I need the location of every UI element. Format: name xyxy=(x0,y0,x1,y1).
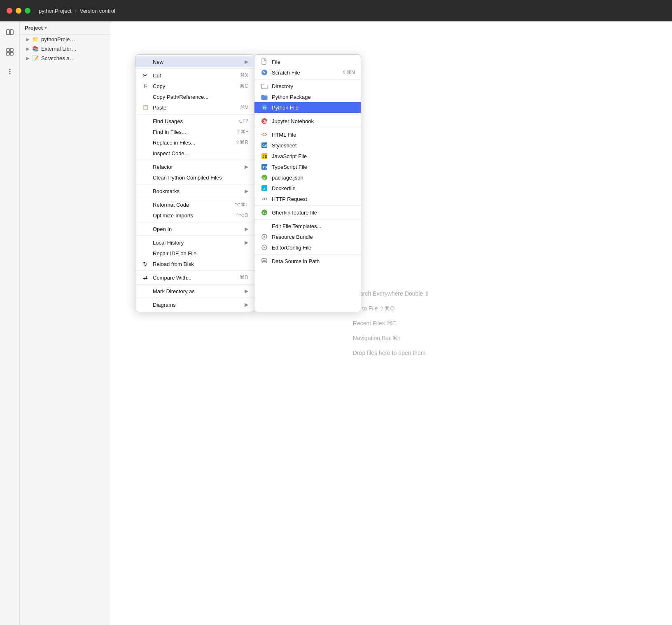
repair-ide-label: Repair IDE on File xyxy=(153,250,248,257)
menu-item-find-files[interactable]: Find in Files... ⇧⌘F xyxy=(135,126,254,137)
svg-point-32 xyxy=(262,259,267,261)
menu-item-cut[interactable]: ✂ Cut ⌘X xyxy=(135,70,254,81)
compare-shortcut: ⌘D xyxy=(240,275,248,280)
hint-search-everywhere: Search Everywhere Double ⇧ xyxy=(353,290,429,297)
paste-label: Paste xyxy=(153,105,230,111)
submenu-item-file[interactable]: File xyxy=(254,56,361,67)
separator-1 xyxy=(135,68,254,69)
paste-icon: 📋 xyxy=(141,105,149,110)
reload-icon: ↻ xyxy=(141,261,149,267)
submenu-item-http[interactable]: API HTTP Request xyxy=(254,194,361,204)
submenu-item-packagejson[interactable]: {} package.json xyxy=(254,172,361,183)
resource-bundle-icon xyxy=(260,233,268,240)
menu-item-refactor[interactable]: Refactor ▶ xyxy=(135,161,254,172)
svg-rect-5 xyxy=(10,52,13,55)
jupyter-icon: Jn xyxy=(260,118,268,124)
svg-text:G: G xyxy=(263,211,266,215)
menu-item-repair-ide[interactable]: Repair IDE on File xyxy=(135,248,254,259)
menu-item-optimize[interactable]: Optimize Imports ^⌥O xyxy=(135,210,254,221)
menu-item-mark-dir[interactable]: Mark Directory as ▶ xyxy=(135,286,254,296)
menu-item-local-history[interactable]: Local History ▶ xyxy=(135,237,254,248)
submenu-item-javascript[interactable]: JS JavaScript File xyxy=(254,151,361,161)
plugins-icon[interactable] xyxy=(3,45,16,58)
separator-8 xyxy=(135,271,254,271)
minimize-button[interactable] xyxy=(16,8,21,14)
maximize-button[interactable] xyxy=(25,8,30,14)
close-button[interactable] xyxy=(7,8,12,14)
more-icon[interactable] xyxy=(3,65,16,78)
panel-dropdown-icon[interactable]: ▾ xyxy=(44,25,47,30)
project-root-label: pythonProje… xyxy=(41,36,75,42)
optimize-label: Optimize Imports xyxy=(153,212,226,219)
submenu-item-stylesheet[interactable]: CS Stylesheet xyxy=(254,140,361,151)
menu-item-reload[interactable]: ↻ Reload from Disk xyxy=(135,259,254,269)
external-libraries-item[interactable]: ▶ 📚 External Libr… xyxy=(20,44,110,54)
submenu-item-resource-bundle[interactable]: Resource Bundle xyxy=(254,231,361,242)
submenu-item-directory[interactable]: Directory xyxy=(254,81,361,91)
typescript-label: TypeScript File xyxy=(272,164,355,170)
svg-rect-9 xyxy=(262,59,266,64)
menu-item-copy-path[interactable]: Copy Path/Reference... xyxy=(135,91,254,102)
menu-item-diagrams[interactable]: Diagrams ▶ xyxy=(135,299,254,310)
project-panel-icon[interactable] xyxy=(3,26,16,39)
sub-sep-3 xyxy=(254,128,361,128)
copy-icon: ⎘ xyxy=(141,83,149,89)
menu-item-reformat[interactable]: Reformat Code ⌥⌘L xyxy=(135,199,254,210)
svg-rect-3 xyxy=(10,49,13,51)
menu-item-bookmarks[interactable]: Bookmarks ▶ xyxy=(135,186,254,196)
submenu-item-typescript[interactable]: TS TypeScript File xyxy=(254,161,361,172)
menu-item-compare[interactable]: ⇄ Compare With... ⌘D xyxy=(135,272,254,283)
scratches-label: Scratches a… xyxy=(41,55,75,61)
separator-3 xyxy=(135,160,254,160)
bookmarks-arrow-icon: ▶ xyxy=(245,188,248,194)
chevron-right-icon: ▶ xyxy=(26,37,30,42)
scratches-item[interactable]: ▶ 📝 Scratches a… xyxy=(20,54,110,63)
svg-point-8 xyxy=(9,73,10,75)
cut-label: Cut xyxy=(153,72,230,79)
copy-path-label: Copy Path/Reference... xyxy=(153,94,248,100)
inspect-label: Inspect Code... xyxy=(153,150,248,156)
scratches-icon: 📝 xyxy=(32,55,39,61)
http-label: HTTP Request xyxy=(272,196,355,202)
menu-item-new[interactable]: New ▶ xyxy=(135,56,254,67)
menu-item-replace-files[interactable]: Replace in Files... ⇧⌘R xyxy=(135,137,254,148)
project-title: pythonProject xyxy=(39,8,72,14)
submenu-item-editorconfig[interactable]: EditorConfig File xyxy=(254,242,361,253)
submenu-item-html[interactable]: <> HTML File xyxy=(254,129,361,140)
submenu-item-python-package[interactable]: Python Package xyxy=(254,91,361,102)
python-package-label: Python Package xyxy=(272,94,355,100)
diagrams-label: Diagrams xyxy=(153,302,245,308)
project-root-item[interactable]: ▶ 📁 pythonProje… xyxy=(20,35,110,44)
submenu-item-python-file[interactable]: Py Python File xyxy=(254,102,361,113)
open-in-label: Open In xyxy=(153,226,245,232)
svg-text:✎: ✎ xyxy=(263,71,266,75)
menu-item-copy[interactable]: ⎘ Copy ⌘C xyxy=(135,81,254,91)
gherkin-label: Gherkin feature file xyxy=(272,210,355,216)
submenu-item-dockerfile[interactable]: D Dockerfile xyxy=(254,183,361,194)
menu-item-clean[interactable]: Clean Python Compiled Files xyxy=(135,172,254,183)
menu-item-find-usages[interactable]: Find Usages ⌥F7 xyxy=(135,116,254,126)
packagejson-icon: {} xyxy=(260,174,268,181)
panel-header: Project ▾ xyxy=(20,21,110,35)
submenu-item-edit-templates[interactable]: Edit File Templates... xyxy=(254,221,361,231)
submenu-item-gherkin[interactable]: G Gherkin feature file xyxy=(254,207,361,218)
svg-point-7 xyxy=(9,71,10,72)
menu-item-open-in[interactable]: Open In ▶ xyxy=(135,224,254,234)
svg-text:CS: CS xyxy=(262,144,268,148)
chevron-right-icon: ▶ xyxy=(26,47,30,51)
clean-label: Clean Python Compiled Files xyxy=(153,175,248,181)
javascript-icon: JS xyxy=(260,153,268,159)
directory-icon xyxy=(260,84,268,89)
version-control-label: Version control xyxy=(80,8,115,14)
mark-dir-label: Mark Directory as xyxy=(153,288,245,294)
menu-item-inspect[interactable]: Inspect Code... xyxy=(135,148,254,159)
new-label: New xyxy=(153,59,245,65)
replace-files-label: Replace in Files... xyxy=(153,140,226,146)
svg-text:JS: JS xyxy=(263,154,267,159)
submenu-item-jupyter[interactable]: Jn Jupyter Notebook xyxy=(254,116,361,126)
submenu-item-scratch[interactable]: ✎ Scratch File ⇧⌘N xyxy=(254,67,361,78)
hint-goto-file: Go to File ⇧⌘O xyxy=(353,305,429,312)
cut-icon: ✂ xyxy=(141,72,149,79)
menu-item-paste[interactable]: 📋 Paste ⌘V xyxy=(135,102,254,113)
submenu-item-datasource[interactable]: Data Source in Path xyxy=(254,256,361,266)
